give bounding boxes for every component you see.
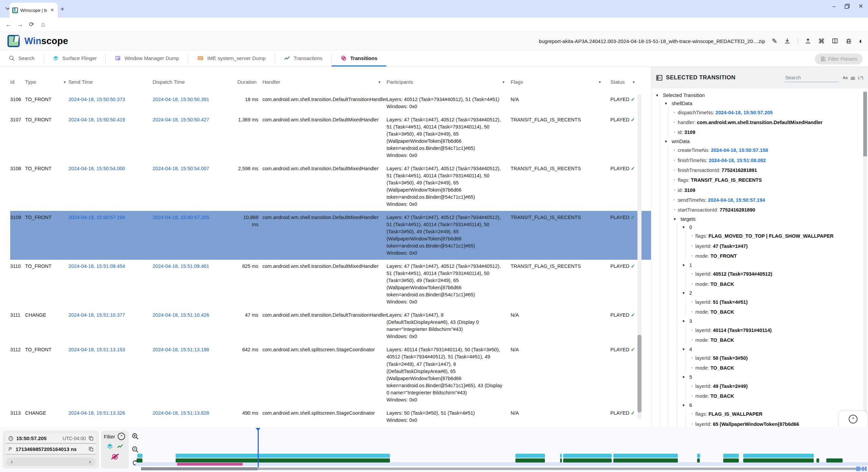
tree-leaf-layerId[interactable]: •layerId: 51 (Task=4#51) (691, 297, 858, 307)
copy-icon[interactable] (88, 436, 94, 441)
tree-branch-row[interactable]: ▾6 (683, 401, 858, 409)
window-minimize-button[interactable]: – (832, 3, 835, 10)
tree-leaf-mode[interactable]: •mode: TO_BACK (691, 363, 858, 373)
tree-leaf-mode[interactable]: •mode: TO_FRONT (691, 251, 858, 261)
forward-icon[interactable]: → (14, 21, 26, 28)
cell-send-time[interactable]: 2024-04-18, 15:51:13.153 (68, 346, 153, 353)
cell-dispatch-time[interactable]: 2024-04-18, 15:50:57.205 (153, 214, 237, 221)
filter-presets-button[interactable]: Filter Presets (815, 54, 863, 64)
filter-dropdown-icon[interactable]: ▾ (64, 80, 68, 84)
timeline-canvas[interactable] (136, 427, 868, 472)
column-header-dispatch-time[interactable]: Dispatch Time (153, 79, 237, 85)
regex-icon[interactable]: (.*) (858, 76, 863, 80)
tree-leaf-id[interactable]: •id: 3109 (674, 185, 858, 195)
transactions-track-segment[interactable] (563, 458, 612, 463)
surface-flinger-track-segment[interactable] (743, 454, 814, 458)
transactions-track-segment[interactable] (697, 458, 700, 463)
report-bug-icon[interactable] (845, 38, 852, 44)
tree-branch-row[interactable]: ▾wmData (665, 137, 858, 145)
collapse-arrow-icon[interactable]: ▾ (683, 318, 687, 323)
transition-row-3106[interactable]: 3106TO_FRONT2024-04-18, 15:50:50.3732024… (10, 93, 651, 113)
transactions-track-segment[interactable] (560, 458, 562, 463)
scroll-top-icon[interactable]: ⌃ (849, 415, 857, 424)
match-case-icon[interactable]: Aa (843, 76, 848, 80)
download-icon[interactable] (784, 38, 791, 44)
column-header-flags[interactable]: Flags▾ (507, 79, 604, 85)
transactions-track-segment[interactable] (137, 458, 142, 463)
collapse-arrow-icon[interactable]: ▾ (674, 216, 678, 221)
reload-icon[interactable]: ⟳ (26, 21, 37, 28)
tab-ime-system-server-dump[interactable]: IME system_server Dump (188, 51, 275, 66)
collapse-timeline-icon[interactable]: ⌃ (118, 433, 125, 440)
timeline-cursor[interactable] (258, 428, 259, 467)
transition-row-3112[interactable]: 3112TO_FRONT2024-04-18, 15:51:13.1532024… (10, 343, 651, 406)
transition-row-3109[interactable]: 3109TO_FRONT2024-04-18, 15:50:57.1942024… (10, 211, 651, 260)
browser-tab[interactable]: Winscope | bugreport-ak ✕ (9, 3, 58, 18)
transition-row-3111[interactable]: 3111CHANGE2024-04-18, 15:51:10.3772024-0… (10, 309, 651, 343)
tree-leaf-mode[interactable]: •mode: TO_BACK (691, 335, 858, 345)
tree-leaf-startTransactionId[interactable]: •startTransactionId: 7752416281890 (674, 205, 858, 215)
cell-send-time[interactable]: 2024-04-18, 15:51:13.326 (68, 410, 153, 417)
cursor-time-value[interactable]: 15:50:57.205 (16, 435, 46, 441)
tree-leaf-layerId[interactable]: •layerId: 47 (Task=1#47) (691, 241, 858, 251)
tree-leaf-flags[interactable]: •flags: FLAG_IS_WALLPAPER (691, 409, 858, 419)
column-header-id[interactable]: Id (10, 79, 25, 85)
column-header-type[interactable]: Type▾ (25, 79, 68, 85)
tree-leaf-layerId[interactable]: •layerId: 65 (WallpaperWindowToken{87b6d… (691, 419, 858, 427)
home-icon[interactable]: ⌂ (37, 21, 49, 28)
surface-flinger-track-segment[interactable] (563, 454, 612, 458)
collapse-arrow-icon[interactable]: ▾ (656, 93, 660, 98)
surface-flinger-track-segment[interactable] (176, 454, 390, 458)
cell-send-time[interactable]: 2024-04-18, 15:50:57.194 (68, 214, 153, 221)
column-header-send-time[interactable]: Send Time (68, 79, 153, 85)
tree-leaf-layerId[interactable]: •layerId: 49 (Task=2#49) (691, 381, 858, 391)
cell-send-time[interactable]: 2024-04-18, 15:51:10.377 (68, 312, 153, 319)
cell-send-time[interactable]: 2024-04-18, 15:50:50.419 (68, 116, 153, 123)
prev-entry-icon[interactable]: ‹ (11, 459, 13, 465)
collapse-arrow-icon[interactable]: ▾ (683, 262, 687, 268)
collapse-arrow-icon[interactable]: ▾ (683, 290, 687, 295)
panel-search-input[interactable] (785, 74, 839, 82)
transitions-track-segment[interactable] (177, 463, 243, 466)
column-header-status[interactable]: Status▾ (604, 79, 637, 85)
panel-scrollbar-thumb[interactable] (863, 92, 867, 156)
tree-leaf-mode[interactable]: •mode: TO_BACK (691, 279, 858, 289)
transactions-filter-icon[interactable] (117, 443, 123, 450)
collapse-arrow-icon[interactable]: ▾ (683, 374, 687, 379)
transactions-track-segment[interactable] (826, 458, 843, 463)
tree-branch-row[interactable]: ▾1 (683, 261, 858, 269)
transactions-track-segment[interactable] (816, 458, 819, 463)
cursor-ns-value[interactable]: 1713469857205164013 ns (16, 446, 77, 452)
collapse-arrow-icon[interactable]: ▾ (665, 101, 669, 106)
ns-time-field[interactable]: 1713469857205164013 ns (6, 444, 96, 454)
tree-branch-row[interactable]: ▾shellData (665, 99, 858, 107)
cell-dispatch-time[interactable]: 2024-04-18, 15:50:54.007 (153, 165, 237, 172)
filter-dropdown-icon[interactable]: ▾ (378, 80, 383, 84)
surface-flinger-track-segment[interactable] (697, 454, 700, 458)
panel-scrollbar[interactable] (863, 91, 867, 423)
tree-leaf-flags[interactable]: •flags: TRANSIT_FLAG_IS_RECENTS (674, 175, 858, 185)
copy-icon[interactable] (88, 447, 94, 452)
tree-leaf-finishTimeNs[interactable]: •finishTimeNs: 2024-04-18, 15:51:08.082 (674, 155, 858, 165)
transactions-track-segment[interactable] (515, 458, 545, 463)
transition-row-3110[interactable]: 3110TO_FRONT2024-04-18, 15:51:09.4542024… (10, 260, 651, 309)
transition-row-3108[interactable]: 3108TO_FRONT2024-04-18, 15:50:54.0002024… (10, 162, 651, 211)
window-restore-button[interactable] (845, 4, 850, 9)
cell-dispatch-time[interactable]: 2024-04-18, 15:51:13.828 (153, 410, 237, 417)
tree-branch-row[interactable]: ▾0 (683, 223, 858, 231)
transition-row-3107[interactable]: 3107TO_FRONT2024-04-18, 15:50:50.4192024… (10, 113, 651, 162)
cell-dispatch-time[interactable]: 2024-04-18, 15:51:09.461 (153, 263, 237, 270)
cell-send-time[interactable]: 2024-04-18, 15:50:54.000 (68, 165, 153, 172)
cell-dispatch-time[interactable]: 2024-04-18, 15:51:13.198 (153, 346, 237, 353)
timeline-scrollbar-thumb[interactable] (141, 467, 258, 470)
tree-branch-row[interactable]: ▾5 (683, 373, 858, 381)
column-header-handler[interactable]: Handler▾ (259, 79, 383, 85)
cell-send-time[interactable]: 2024-04-18, 15:51:09.454 (68, 263, 153, 270)
new-tab-button[interactable]: + (60, 5, 64, 13)
column-header-participants[interactable]: Participants▾ (383, 79, 507, 85)
tab-surface-flinger[interactable]: Surface Flinger (44, 51, 106, 66)
cell-send-time[interactable]: 2024-04-18, 15:50:50.373 (68, 96, 153, 103)
next-entry-icon[interactable]: › (89, 459, 91, 465)
edit-icon[interactable]: ✎ (772, 37, 777, 45)
tree-leaf-createTimeNs[interactable]: •createTimeNs: 2024-04-18, 15:50:57.158 (674, 145, 858, 155)
